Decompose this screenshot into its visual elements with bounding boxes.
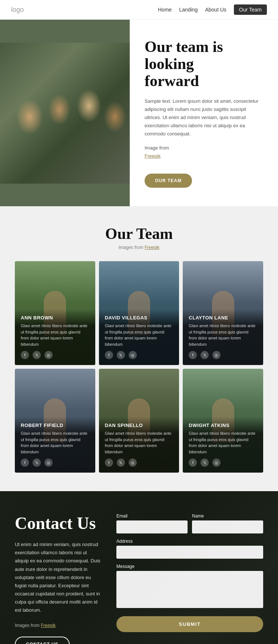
- contact-form: Email Name Address Message SUBMIT: [116, 513, 263, 632]
- team-member-socials-1: f 𝕏 ◎: [21, 351, 89, 359]
- team-member-name-2: DAVID VILLEGAS: [105, 315, 173, 321]
- instagram-icon-4[interactable]: ◎: [44, 459, 53, 467]
- name-input[interactable]: [192, 520, 263, 533]
- twitter-icon-5[interactable]: 𝕏: [117, 459, 125, 467]
- team-member-name-1: ANN BROWN: [21, 315, 89, 321]
- team-images-credit: Images from Freepik: [15, 245, 263, 250]
- team-grid: ANN BROWN Glavi amet ritnisi libero mole…: [15, 261, 263, 473]
- team-card-dan-spinello[interactable]: DAN SPINELLO Glavi amet ritnisi libero m…: [99, 369, 179, 473]
- nav-links: Home Landing About Us Our Team: [158, 4, 267, 15]
- nav-landing[interactable]: Landing: [179, 7, 198, 13]
- team-member-desc-3: Glavi amet ritnisi libero molestie ante …: [189, 323, 257, 347]
- nav-about-us[interactable]: About Us: [205, 7, 226, 13]
- twitter-icon-6[interactable]: 𝕏: [201, 459, 209, 467]
- contact-title: Contact Us: [15, 513, 102, 533]
- team-member-name-3: CLAYTON LANE: [189, 315, 257, 321]
- team-member-socials-4: f 𝕏 ◎: [21, 459, 89, 467]
- team-card-overlay-4: ROBERT FIFIELD Glavi amet ritnisi libero…: [15, 417, 95, 473]
- facebook-icon-3[interactable]: f: [189, 351, 197, 359]
- navigation: logo Home Landing About Us Our Team: [0, 0, 278, 20]
- facebook-icon-4[interactable]: f: [21, 459, 29, 467]
- team-card-ann-brown[interactable]: ANN BROWN Glavi amet ritnisi libero mole…: [15, 261, 95, 365]
- submit-button[interactable]: SUBMIT: [116, 616, 263, 632]
- team-freepik-link[interactable]: Freepik: [145, 245, 159, 250]
- team-card-clayton-lane[interactable]: CLAYTON LANE Glavi amet ritnisi libero m…: [183, 261, 263, 365]
- logo: logo: [11, 6, 24, 14]
- team-section: Our Team Images from Freepik ANN BROWN G…: [0, 206, 278, 491]
- hero-freepik-link[interactable]: Freepik: [145, 153, 160, 159]
- facebook-icon-5[interactable]: f: [105, 459, 113, 467]
- contact-image-credit: Images from Freepik: [15, 622, 102, 629]
- team-section-title: Our Team: [15, 225, 263, 243]
- team-member-socials-3: f 𝕏 ◎: [189, 351, 257, 359]
- hero-description: Sample text. Lorem ipsum dolor sit amet,…: [145, 97, 263, 138]
- team-member-name-5: DAN SPINELLO: [105, 423, 173, 428]
- hero-section: Our team is looking forward Sample text.…: [0, 20, 278, 206]
- team-member-desc-2: Glavi amet ritnisi libero molestie ante …: [105, 323, 173, 347]
- nav-home[interactable]: Home: [158, 7, 172, 13]
- team-member-socials-2: f 𝕏 ◎: [105, 351, 173, 359]
- contact-freepik-link[interactable]: Freepik: [41, 623, 56, 628]
- hero-image-credit: Image from Freepik: [145, 144, 263, 160]
- contact-description: Ut enim ad minim veniam, quis nostrud ex…: [15, 540, 102, 614]
- email-input[interactable]: [116, 520, 188, 533]
- team-card-overlay-3: CLAYTON LANE Glavi amet ritnisi libero m…: [183, 309, 263, 365]
- contact-us-button[interactable]: CONTACT US: [15, 637, 70, 644]
- nav-our-team[interactable]: Our Team: [234, 4, 267, 15]
- facebook-icon-6[interactable]: f: [189, 459, 197, 467]
- form-row-email-name: Email Name: [116, 513, 263, 533]
- team-card-dwight-atkins[interactable]: DWIGHT ATKINS Glavi amet ritnisi libero …: [183, 369, 263, 473]
- twitter-icon-4[interactable]: 𝕏: [33, 459, 41, 467]
- team-card-overlay-2: DAVID VILLEGAS Glavi amet ritnisi libero…: [99, 309, 179, 365]
- message-group: Message: [116, 564, 263, 608]
- instagram-icon-6[interactable]: ◎: [212, 459, 221, 467]
- team-card-david-villegas[interactable]: DAVID VILLEGAS Glavi amet ritnisi libero…: [99, 261, 179, 365]
- team-member-name-6: DWIGHT ATKINS: [189, 423, 257, 428]
- twitter-icon-3[interactable]: 𝕏: [201, 351, 209, 359]
- contact-left: Contact Us Ut enim ad minim veniam, quis…: [15, 513, 102, 644]
- form-row-address: Address: [116, 539, 263, 559]
- team-member-desc-6: Glavi amet ritnisi libero molestie ante …: [189, 430, 257, 455]
- team-member-desc-1: Glavi amet ritnisi libero molestie ante …: [21, 323, 89, 347]
- facebook-icon-1[interactable]: f: [21, 351, 29, 359]
- email-label: Email: [116, 513, 188, 519]
- message-label: Message: [116, 564, 263, 569]
- team-member-desc-5: Glavi amet ritnisi libero molestie ante …: [105, 430, 173, 455]
- name-label: Name: [192, 513, 263, 519]
- instagram-icon-2[interactable]: ◎: [129, 351, 137, 359]
- contact-section: Contact Us Ut enim ad minim veniam, quis…: [0, 491, 278, 644]
- address-label: Address: [116, 539, 263, 544]
- name-group: Name: [192, 513, 263, 533]
- instagram-icon-3[interactable]: ◎: [212, 351, 221, 359]
- team-member-socials-5: f 𝕏 ◎: [105, 459, 173, 467]
- hero-content: Our team is looking forward Sample text.…: [130, 20, 278, 206]
- instagram-icon-5[interactable]: ◎: [129, 459, 137, 467]
- team-card-overlay-6: DWIGHT ATKINS Glavi amet ritnisi libero …: [183, 417, 263, 473]
- address-input[interactable]: [116, 546, 263, 559]
- team-member-socials-6: f 𝕏 ◎: [189, 459, 257, 467]
- team-card-overlay-1: ANN BROWN Glavi amet ritnisi libero mole…: [15, 309, 95, 365]
- address-group: Address: [116, 539, 263, 559]
- message-textarea[interactable]: [116, 571, 263, 608]
- hero-image: [0, 20, 130, 206]
- form-row-message: Message: [116, 564, 263, 608]
- hero-heading: Our team is looking forward: [145, 38, 263, 90]
- instagram-icon-1[interactable]: ◎: [44, 351, 53, 359]
- our-team-button[interactable]: OUR TEAM: [145, 174, 192, 188]
- team-card-overlay-5: DAN SPINELLO Glavi amet ritnisi libero m…: [99, 417, 179, 473]
- twitter-icon-1[interactable]: 𝕏: [33, 351, 41, 359]
- team-member-name-4: ROBERT FIFIELD: [21, 423, 89, 428]
- email-group: Email: [116, 513, 188, 533]
- team-member-desc-4: Glavi amet ritnisi libero molestie ante …: [21, 430, 89, 455]
- facebook-icon-2[interactable]: f: [105, 351, 113, 359]
- twitter-icon-2[interactable]: 𝕏: [117, 351, 125, 359]
- team-card-robert-fifield[interactable]: ROBERT FIFIELD Glavi amet ritnisi libero…: [15, 369, 95, 473]
